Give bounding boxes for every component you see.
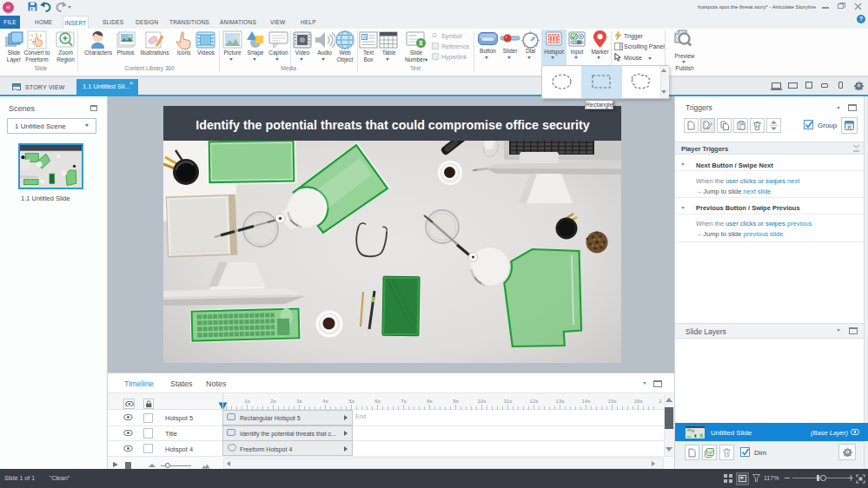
svg-text:11s: 11s	[504, 398, 513, 404]
svg-text:9s: 9s	[453, 398, 459, 404]
svg-text:5s: 5s	[348, 398, 354, 404]
svg-text:16s: 16s	[634, 398, 643, 404]
svg-text:1: 1	[659, 398, 662, 404]
svg-text:15s: 15s	[608, 398, 617, 404]
svg-text:12s: 12s	[530, 398, 539, 404]
svg-text:2s: 2s	[270, 398, 276, 404]
svg-text:A: A	[363, 34, 368, 40]
svg-text:10s: 10s	[478, 398, 487, 404]
svg-text:4s: 4s	[322, 398, 328, 404]
svg-text:6s: 6s	[374, 398, 381, 404]
svg-text:1s: 1s	[244, 398, 250, 404]
svg-text:14s: 14s	[582, 398, 591, 404]
svg-text:Identify the potential threats: Identify the potential threats that coul…	[195, 118, 590, 132]
svg-text:7s: 7s	[401, 398, 407, 404]
svg-text:13s: 13s	[556, 398, 565, 404]
svg-text:8s: 8s	[427, 398, 433, 404]
svg-text:3s: 3s	[296, 398, 302, 404]
